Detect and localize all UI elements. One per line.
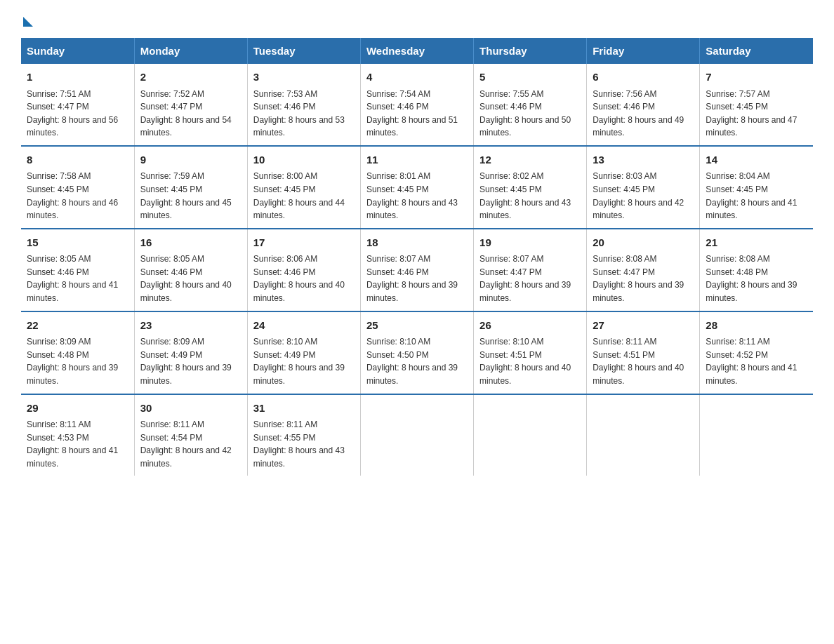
day-info: Sunrise: 8:01 AMSunset: 4:45 PMDaylight:… bbox=[366, 170, 468, 222]
day-number: 26 bbox=[479, 318, 581, 334]
calendar-cell: 31Sunrise: 8:11 AMSunset: 4:55 PMDayligh… bbox=[247, 394, 360, 476]
column-header-wednesday: Wednesday bbox=[360, 38, 473, 64]
calendar-header-row: SundayMondayTuesdayWednesdayThursdayFrid… bbox=[21, 38, 813, 64]
day-info: Sunrise: 8:05 AMSunset: 4:46 PMDaylight:… bbox=[27, 253, 128, 304]
calendar-cell: 24Sunrise: 8:10 AMSunset: 4:49 PMDayligh… bbox=[247, 311, 360, 394]
day-number: 24 bbox=[253, 318, 355, 334]
logo-triangle-icon bbox=[23, 17, 33, 27]
day-info: Sunrise: 7:51 AMSunset: 4:47 PMDaylight:… bbox=[27, 88, 128, 140]
day-number: 13 bbox=[593, 152, 694, 168]
day-info: Sunrise: 7:53 AMSunset: 4:46 PMDaylight:… bbox=[253, 88, 355, 140]
day-number: 22 bbox=[27, 318, 128, 334]
column-header-thursday: Thursday bbox=[474, 38, 587, 64]
calendar-cell: 11Sunrise: 8:01 AMSunset: 4:45 PMDayligh… bbox=[360, 146, 473, 229]
day-number: 18 bbox=[366, 235, 468, 251]
day-number: 31 bbox=[253, 401, 355, 417]
day-info: Sunrise: 7:52 AMSunset: 4:47 PMDaylight:… bbox=[140, 88, 241, 140]
calendar-cell: 4Sunrise: 7:54 AMSunset: 4:46 PMDaylight… bbox=[360, 64, 473, 146]
day-number: 3 bbox=[253, 69, 355, 86]
calendar-cell: 9Sunrise: 7:59 AMSunset: 4:45 PMDaylight… bbox=[134, 146, 247, 229]
calendar-cell: 15Sunrise: 8:05 AMSunset: 4:46 PMDayligh… bbox=[21, 229, 134, 311]
day-info: Sunrise: 8:06 AMSunset: 4:46 PMDaylight:… bbox=[253, 253, 355, 304]
day-info: Sunrise: 7:55 AMSunset: 4:46 PMDaylight:… bbox=[479, 88, 581, 140]
day-number: 5 bbox=[479, 69, 581, 86]
day-info: Sunrise: 8:07 AMSunset: 4:47 PMDaylight:… bbox=[479, 253, 581, 304]
day-info: Sunrise: 8:10 AMSunset: 4:50 PMDaylight:… bbox=[366, 335, 468, 387]
calendar-cell bbox=[360, 394, 473, 476]
day-info: Sunrise: 8:10 AMSunset: 4:51 PMDaylight:… bbox=[479, 335, 581, 387]
day-info: Sunrise: 7:58 AMSunset: 4:45 PMDaylight:… bbox=[27, 170, 128, 222]
calendar-cell bbox=[700, 394, 813, 476]
day-info: Sunrise: 8:09 AMSunset: 4:49 PMDaylight:… bbox=[140, 335, 241, 387]
calendar-cell: 14Sunrise: 8:04 AMSunset: 4:45 PMDayligh… bbox=[700, 146, 813, 229]
calendar-cell: 13Sunrise: 8:03 AMSunset: 4:45 PMDayligh… bbox=[587, 146, 700, 229]
column-header-sunday: Sunday bbox=[21, 38, 134, 64]
day-number: 4 bbox=[366, 69, 468, 86]
day-number: 20 bbox=[593, 235, 694, 251]
calendar-cell: 18Sunrise: 8:07 AMSunset: 4:46 PMDayligh… bbox=[360, 229, 473, 311]
calendar-cell: 1Sunrise: 7:51 AMSunset: 4:47 PMDaylight… bbox=[21, 64, 134, 146]
day-info: Sunrise: 8:04 AMSunset: 4:45 PMDaylight:… bbox=[706, 170, 807, 222]
calendar-week-3: 15Sunrise: 8:05 AMSunset: 4:46 PMDayligh… bbox=[21, 229, 813, 311]
calendar-cell: 12Sunrise: 8:02 AMSunset: 4:45 PMDayligh… bbox=[474, 146, 587, 229]
day-number: 29 bbox=[27, 401, 128, 417]
day-number: 10 bbox=[253, 152, 355, 168]
day-number: 8 bbox=[27, 152, 128, 168]
column-header-friday: Friday bbox=[587, 38, 700, 64]
day-number: 28 bbox=[706, 318, 807, 334]
day-info: Sunrise: 8:08 AMSunset: 4:47 PMDaylight:… bbox=[593, 253, 694, 304]
calendar-cell: 25Sunrise: 8:10 AMSunset: 4:50 PMDayligh… bbox=[360, 311, 473, 394]
day-number: 9 bbox=[140, 152, 241, 168]
day-info: Sunrise: 8:08 AMSunset: 4:48 PMDaylight:… bbox=[706, 253, 807, 304]
calendar-cell: 8Sunrise: 7:58 AMSunset: 4:45 PMDaylight… bbox=[21, 146, 134, 229]
page-header bbox=[21, 14, 813, 24]
day-number: 30 bbox=[140, 401, 241, 417]
calendar-cell: 23Sunrise: 8:09 AMSunset: 4:49 PMDayligh… bbox=[134, 311, 247, 394]
day-number: 25 bbox=[366, 318, 468, 334]
calendar-cell: 3Sunrise: 7:53 AMSunset: 4:46 PMDaylight… bbox=[247, 64, 360, 146]
day-number: 2 bbox=[140, 69, 241, 86]
day-number: 16 bbox=[140, 235, 241, 251]
day-info: Sunrise: 8:11 AMSunset: 4:51 PMDaylight:… bbox=[593, 335, 694, 387]
day-info: Sunrise: 8:02 AMSunset: 4:45 PMDaylight:… bbox=[479, 170, 581, 222]
calendar-cell: 2Sunrise: 7:52 AMSunset: 4:47 PMDaylight… bbox=[134, 64, 247, 146]
logo bbox=[21, 14, 33, 24]
day-info: Sunrise: 8:00 AMSunset: 4:45 PMDaylight:… bbox=[253, 170, 355, 222]
day-number: 19 bbox=[479, 235, 581, 251]
day-info: Sunrise: 8:11 AMSunset: 4:54 PMDaylight:… bbox=[140, 418, 241, 470]
calendar-cell: 21Sunrise: 8:08 AMSunset: 4:48 PMDayligh… bbox=[700, 229, 813, 311]
column-header-tuesday: Tuesday bbox=[247, 38, 360, 64]
day-info: Sunrise: 8:05 AMSunset: 4:46 PMDaylight:… bbox=[140, 253, 241, 304]
day-number: 21 bbox=[706, 235, 807, 251]
day-info: Sunrise: 8:10 AMSunset: 4:49 PMDaylight:… bbox=[253, 335, 355, 387]
calendar-cell: 5Sunrise: 7:55 AMSunset: 4:46 PMDaylight… bbox=[474, 64, 587, 146]
calendar-cell: 27Sunrise: 8:11 AMSunset: 4:51 PMDayligh… bbox=[587, 311, 700, 394]
calendar-cell: 10Sunrise: 8:00 AMSunset: 4:45 PMDayligh… bbox=[247, 146, 360, 229]
calendar-cell: 19Sunrise: 8:07 AMSunset: 4:47 PMDayligh… bbox=[474, 229, 587, 311]
day-info: Sunrise: 8:11 AMSunset: 4:53 PMDaylight:… bbox=[27, 418, 128, 470]
calendar-cell: 26Sunrise: 8:10 AMSunset: 4:51 PMDayligh… bbox=[474, 311, 587, 394]
day-info: Sunrise: 8:07 AMSunset: 4:46 PMDaylight:… bbox=[366, 253, 468, 304]
day-info: Sunrise: 7:56 AMSunset: 4:46 PMDaylight:… bbox=[593, 88, 694, 140]
day-number: 27 bbox=[593, 318, 694, 334]
calendar-cell bbox=[587, 394, 700, 476]
day-number: 1 bbox=[27, 69, 128, 86]
calendar-week-5: 29Sunrise: 8:11 AMSunset: 4:53 PMDayligh… bbox=[21, 394, 813, 476]
calendar-cell: 20Sunrise: 8:08 AMSunset: 4:47 PMDayligh… bbox=[587, 229, 700, 311]
day-info: Sunrise: 7:57 AMSunset: 4:45 PMDaylight:… bbox=[706, 88, 807, 140]
calendar-cell: 16Sunrise: 8:05 AMSunset: 4:46 PMDayligh… bbox=[134, 229, 247, 311]
calendar-cell bbox=[474, 394, 587, 476]
day-number: 14 bbox=[706, 152, 807, 168]
calendar-table: SundayMondayTuesdayWednesdayThursdayFrid… bbox=[21, 38, 813, 476]
day-number: 7 bbox=[706, 69, 807, 86]
calendar-cell: 7Sunrise: 7:57 AMSunset: 4:45 PMDaylight… bbox=[700, 64, 813, 146]
calendar-week-1: 1Sunrise: 7:51 AMSunset: 4:47 PMDaylight… bbox=[21, 64, 813, 146]
day-number: 23 bbox=[140, 318, 241, 334]
calendar-week-4: 22Sunrise: 8:09 AMSunset: 4:48 PMDayligh… bbox=[21, 311, 813, 394]
column-header-saturday: Saturday bbox=[700, 38, 813, 64]
calendar-cell: 6Sunrise: 7:56 AMSunset: 4:46 PMDaylight… bbox=[587, 64, 700, 146]
calendar-cell: 17Sunrise: 8:06 AMSunset: 4:46 PMDayligh… bbox=[247, 229, 360, 311]
day-number: 15 bbox=[27, 235, 128, 251]
day-info: Sunrise: 8:11 AMSunset: 4:52 PMDaylight:… bbox=[706, 335, 807, 387]
day-number: 6 bbox=[593, 69, 694, 86]
